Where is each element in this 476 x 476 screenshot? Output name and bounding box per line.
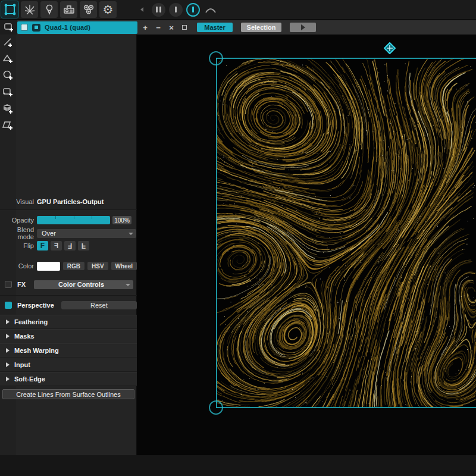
color-swatch[interactable] [37, 262, 60, 271]
visual-value[interactable]: GPU Particles-Output [37, 198, 104, 205]
next-view-button[interactable] [290, 23, 316, 32]
color-label: Color [0, 262, 34, 270]
square-icon [182, 25, 187, 30]
chevron-right-icon [6, 362, 10, 367]
selection-edge-left[interactable] [216, 58, 217, 408]
perspective-checkbox[interactable] [5, 302, 12, 309]
fx-dropdown[interactable]: Color Controls [34, 280, 133, 289]
perspective-row: Perspective Reset [0, 299, 137, 311]
surface-icon [4, 3, 17, 16]
flip-rotate-button[interactable]: F [64, 241, 76, 250]
add-3d-object-tool[interactable] [0, 101, 16, 117]
flip-horizontal-button[interactable]: F [51, 241, 62, 250]
add-surface-button[interactable]: + [140, 22, 151, 33]
detach-surface-button[interactable] [179, 22, 190, 33]
step-button[interactable] [169, 3, 183, 17]
surface-tab-quad-1[interactable]: Quad-1 (quad) [17, 21, 137, 34]
add-quad-corner-button[interactable] [0, 20, 17, 35]
particles-tool-button[interactable] [21, 1, 38, 18]
section-mesh-warping[interactable]: Mesh Warping [0, 343, 137, 358]
fx-label: FX [17, 281, 34, 288]
section-masks[interactable]: Masks [0, 329, 137, 343]
line-plus-icon [2, 36, 14, 49]
visual-row: Visual GPU Particles-Output [0, 195, 137, 208]
chevron-right-icon [6, 320, 10, 324]
fx-row: FX Color Controls [0, 278, 137, 290]
blend-mode-dropdown[interactable]: Over [37, 229, 136, 238]
triangle-plus-icon [2, 53, 14, 65]
surface-tool-button[interactable] [1, 1, 18, 18]
undo-arc-icon [205, 5, 217, 14]
chevron-right-icon [6, 334, 10, 339]
selection-edge-bottom[interactable] [216, 407, 476, 408]
separator [0, 295, 137, 296]
step-icon [175, 4, 177, 15]
create-lines-button[interactable]: Create Lines From Surface Outlines [2, 389, 134, 399]
chevron-right-icon [6, 348, 10, 353]
mapping-app-window: { "colors": { "accent": "#1ba9bd", "pane… [0, 0, 476, 476]
surface-thumb-icon [32, 24, 40, 32]
materials-tool-button[interactable] [80, 1, 97, 18]
blend-mode-value: Over [42, 230, 56, 237]
flip-none-button[interactable]: F [37, 241, 48, 250]
separator [0, 209, 137, 210]
pause-button[interactable] [152, 3, 165, 17]
circle-plus-icon [2, 70, 14, 82]
wheel-button[interactable]: Wheel [111, 262, 137, 270]
selection-edge-top[interactable] [216, 58, 476, 59]
opacity-slider[interactable] [37, 216, 110, 224]
pause-icon [156, 4, 161, 15]
rgb-button[interactable]: RGB [63, 262, 84, 270]
top-toolbar: ⚙ [0, 0, 476, 20]
add-quad-tool[interactable] [0, 84, 16, 101]
blend-mode-row: Blend mode Over [0, 228, 137, 239]
settings-button[interactable]: ⚙ [99, 1, 117, 18]
color-row: Color RGB HSV Wheel [0, 260, 137, 272]
quad-plus-icon [2, 86, 14, 99]
visual-label: Visual [0, 198, 34, 205]
add-polygon-tool[interactable] [0, 118, 16, 134]
chevron-down-icon [126, 284, 130, 286]
hsv-button[interactable]: HSV [87, 262, 108, 270]
info-play-button[interactable] [186, 3, 200, 17]
opacity-label: Opacity [0, 217, 34, 224]
projector-tool-button[interactable] [60, 1, 77, 18]
properties-panel: Visual GPU Particles-Output Opacity 100%… [0, 35, 137, 455]
tab-selection[interactable]: Selection [241, 23, 281, 32]
section-feathering[interactable]: Feathering [0, 315, 137, 329]
flip-row: Flip F F F F [0, 240, 137, 251]
light-pin-icon [43, 3, 56, 16]
particles-visual[interactable] [216, 58, 476, 408]
surface-visible-checkbox[interactable] [21, 24, 28, 31]
cube-plus-icon [2, 103, 14, 115]
fx-checkbox[interactable] [5, 281, 12, 288]
move-gizmo[interactable] [384, 42, 396, 54]
polygon-plus-icon [2, 120, 14, 132]
remove-surface-button[interactable]: − [153, 22, 164, 33]
projector-icon [62, 3, 76, 16]
undo-button[interactable] [203, 3, 217, 17]
surface-tab-title: Quad-1 (quad) [45, 24, 90, 31]
perspective-label: Perspective [17, 302, 54, 309]
add-line-tool[interactable] [0, 35, 16, 51]
perspective-reset-button[interactable]: Reset [61, 301, 137, 309]
section-input[interactable]: Input [0, 358, 137, 372]
settings-gear-icon: ⚙ [103, 4, 114, 15]
collapse-arrow-icon[interactable] [140, 7, 143, 12]
light-tool-button[interactable] [40, 1, 58, 18]
chevron-right-icon [6, 377, 10, 381]
spark-icon [23, 3, 36, 16]
add-circle-tool[interactable] [0, 68, 16, 84]
corner-handle-bottom-left[interactable] [209, 400, 223, 415]
preview-canvas-area[interactable] [137, 35, 476, 455]
add-triangle-tool[interactable] [0, 51, 16, 67]
flip-vertical-button[interactable]: F [78, 241, 89, 250]
flip-label: Flip [0, 242, 34, 249]
section-soft-edge[interactable]: Soft-Edge [0, 372, 137, 386]
corner-handle-top-left[interactable] [209, 51, 223, 65]
tab-master[interactable]: Master [197, 23, 233, 32]
surface-tab-row: Quad-1 (quad) + − × Master Selection [0, 20, 476, 35]
move-diamond-icon [384, 42, 396, 54]
fit-surface-button[interactable]: × [166, 22, 177, 33]
opacity-value[interactable]: 100% [112, 216, 131, 224]
